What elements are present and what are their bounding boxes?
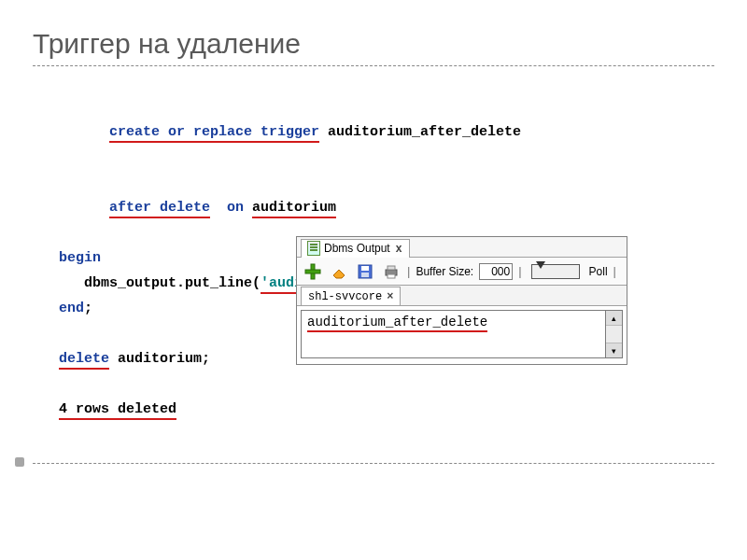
output-line: auditorium_after_delete	[307, 315, 487, 332]
call-open: dbms_output.put_line(	[84, 275, 261, 291]
trigger-name: auditorium_after_delete	[328, 124, 521, 140]
kw-delete: delete	[59, 351, 109, 370]
separator: |	[407, 264, 410, 278]
plus-icon	[303, 262, 322, 281]
table-name-1: auditorium	[252, 200, 336, 218]
buffer-size-label: Buffer Size:	[416, 265, 473, 278]
add-button[interactable]	[303, 261, 323, 282]
slide-title: Триггер на удаление	[33, 28, 714, 60]
close-icon[interactable]: ×	[387, 290, 393, 303]
tab-row: Dbms Output x	[297, 237, 627, 258]
print-button[interactable]	[381, 261, 402, 282]
kw-on: on	[227, 200, 244, 216]
printer-icon	[383, 263, 400, 280]
separator-2: |	[518, 264, 521, 278]
scroll-down-button[interactable]: ▾	[606, 343, 622, 357]
connection-tab-label: shl-svvcore	[308, 290, 382, 303]
poll-label: Poll	[589, 265, 608, 278]
clear-button[interactable]	[329, 261, 349, 282]
kw-create: create or replace trigger	[109, 124, 319, 143]
output-area: auditorium_after_delete ▴ ▾	[297, 306, 627, 362]
kw-begin: begin	[59, 250, 101, 266]
svg-rect-4	[361, 266, 369, 271]
buffer-size-field[interactable]	[479, 263, 513, 280]
save-button[interactable]	[355, 261, 375, 282]
kw-end: end	[59, 301, 84, 316]
floppy-disk-icon	[357, 263, 374, 280]
bullet-icon	[15, 457, 24, 467]
toolbar: | Buffer Size: | Poll |	[297, 258, 627, 286]
eraser-icon	[331, 263, 347, 280]
vertical-scrollbar[interactable]: ▴ ▾	[606, 310, 623, 358]
output-text-area[interactable]: auditorium_after_delete	[301, 310, 606, 358]
divider-top	[33, 65, 714, 66]
kw-after-delete: after delete	[109, 200, 210, 218]
connection-tab[interactable]: shl-svvcore ×	[301, 287, 401, 305]
svg-rect-8	[388, 274, 395, 278]
slider-thumb-icon	[536, 261, 545, 269]
table-name-2: auditorium;	[118, 351, 210, 367]
poll-slider[interactable]	[531, 264, 580, 279]
scroll-up-button[interactable]: ▴	[606, 311, 622, 326]
semicolon: ;	[84, 301, 92, 316]
dbms-output-panel: Dbms Output x | Buffer Size: | Poll | sh…	[296, 236, 627, 365]
svg-marker-2	[333, 270, 345, 278]
svg-rect-7	[388, 266, 395, 270]
close-icon[interactable]: x	[394, 242, 404, 255]
divider-bottom	[33, 463, 714, 464]
document-icon	[307, 241, 320, 256]
svg-rect-1	[305, 270, 320, 273]
svg-rect-5	[361, 273, 369, 277]
tab-dbms-output[interactable]: Dbms Output x	[301, 239, 410, 258]
tab-label: Dbms Output	[324, 242, 390, 255]
separator-3: |	[613, 264, 616, 278]
subtab-row: shl-svvcore ×	[297, 286, 627, 306]
result-text: 4 rows deleted	[59, 401, 176, 420]
